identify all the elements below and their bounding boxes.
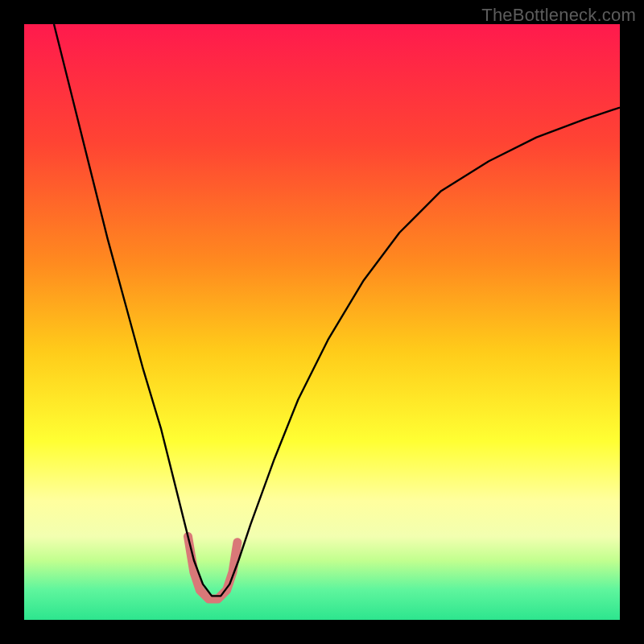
- gradient-background: [24, 24, 620, 620]
- chart-frame: TheBottleneck.com: [0, 0, 644, 644]
- bottleneck-chart: [24, 24, 620, 620]
- watermark-text: TheBottleneck.com: [481, 5, 636, 26]
- plot-area: [24, 24, 620, 620]
